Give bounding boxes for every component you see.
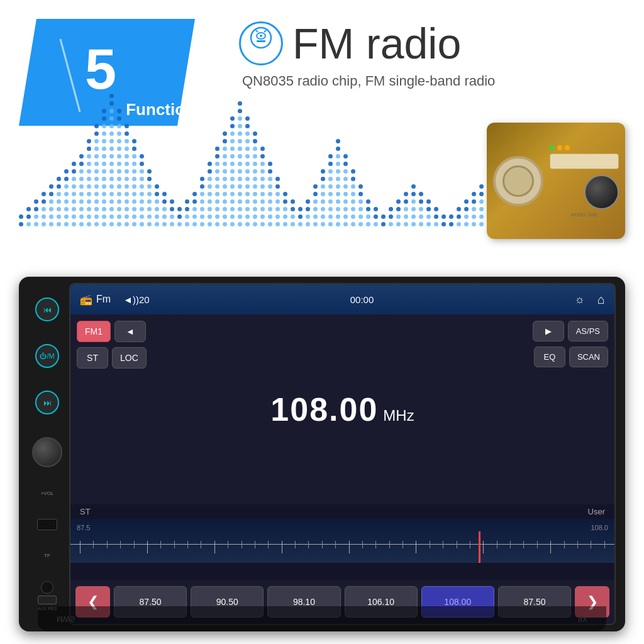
right-controls: ▶ AS/PS EQ SCAN [476, 314, 614, 504]
badge-number: 5 [85, 37, 116, 102]
fm1-row: FM1 ◄ [77, 321, 203, 342]
prev-button[interactable]: ⏮ [35, 297, 59, 321]
arrow-left-button[interactable]: ◄ [114, 321, 146, 342]
header-volume: ◄))20 [123, 294, 150, 305]
svg-point-3 [260, 35, 262, 37]
fm-radio-icon [239, 21, 283, 65]
fm1-button[interactable]: FM1 [77, 321, 111, 342]
scan-button[interactable]: SCAN [569, 347, 608, 367]
tf-port [37, 519, 57, 530]
header-radio-icon: 📻 [80, 294, 92, 306]
header-fm-text: Fm [96, 294, 111, 305]
aux-port [41, 581, 53, 594]
device-wrapper: ⏮ ⏻/M ⏭ +VOL TF AUX RES 📻 Fm ◄))20 [19, 277, 625, 631]
svg-line-4 [256, 30, 258, 32]
fm-title-text: FM radio [292, 19, 461, 68]
screen: 📻 Fm ◄))20 00:00 ☼ ⌂ FM1 ◄ ST [69, 283, 616, 625]
freq-bar-labels: ST User [70, 504, 614, 519]
screen-main-content: FM1 ◄ ST LOC 108.00 MHz [70, 314, 614, 504]
asps-button[interactable]: AS/PS [568, 321, 608, 341]
badge-text: Function [126, 100, 195, 119]
freq-scale: 87.5 108.0 [70, 519, 614, 563]
next-button[interactable]: ⏭ [35, 391, 59, 414]
top-section: 5 Function FM radio QN8035 radio chip, F… [0, 0, 644, 270]
radio-image: MODEL ONE [487, 123, 625, 239]
eq-button[interactable]: EQ [534, 347, 565, 367]
svg-point-0 [251, 28, 271, 48]
side-panel: ⏮ ⏻/M ⏭ +VOL TF AUX RES [25, 283, 69, 625]
left-controls: FM1 ◄ ST LOC [70, 314, 209, 504]
vol-label: +VOL [41, 491, 54, 496]
reflect-right: 9X [578, 614, 587, 623]
power-button[interactable]: ⏻/M [35, 344, 59, 368]
fm-subtitle: QN8035 radio chip, FM single-band radio [239, 73, 631, 89]
st-loc-row: ST LOC [77, 347, 203, 369]
sound-wave [19, 145, 340, 226]
header-brightness-icon: ☼ [574, 293, 585, 306]
screen-header: 📻 Fm ◄))20 00:00 ☼ ⌂ [70, 284, 614, 314]
header-time: 00:00 [162, 294, 562, 305]
freq-scale-ticks [70, 541, 614, 553]
radio-speaker [493, 156, 543, 206]
play-button[interactable]: ▶ [533, 321, 564, 341]
header-home-icon[interactable]: ⌂ [597, 292, 605, 307]
res-button[interactable] [38, 596, 57, 604]
radio-controls: MODEL ONE [550, 145, 619, 217]
volume-knob[interactable] [32, 437, 62, 467]
center-frequency-display: 108.00 MHz [209, 314, 476, 504]
badge-line [60, 39, 81, 113]
frequency-unit: MHz [383, 407, 414, 425]
freq-indicator [479, 531, 480, 563]
loc-button[interactable]: LOC [112, 347, 147, 369]
svg-rect-1 [257, 40, 265, 42]
freq-bar-right-label: User [588, 507, 605, 516]
svg-line-5 [264, 30, 266, 32]
freq-bar-left-label: ST [80, 507, 91, 516]
radio-model-text: MODEL ONE [550, 213, 619, 217]
radio-knob [584, 175, 619, 209]
freq-end: 108.0 [591, 524, 608, 531]
fm-title-area: FM radio QN8035 radio chip, FM single-ba… [239, 13, 631, 89]
freq-start: 87.5 [77, 524, 90, 531]
car-head-unit: ⏮ ⏻/M ⏭ +VOL TF AUX RES 📻 Fm ◄))20 [19, 277, 625, 631]
frequency-value: 108.00 [270, 391, 378, 428]
st-button[interactable]: ST [77, 347, 108, 369]
header-fm-label: 📻 Fm [80, 294, 111, 306]
reflection-strip: MWS 9X [38, 606, 606, 631]
reflect-left: MWS [57, 614, 75, 623]
frequency-bar-section: ST User 87.5 108.0 [70, 504, 614, 580]
tf-label: TF [44, 553, 50, 558]
